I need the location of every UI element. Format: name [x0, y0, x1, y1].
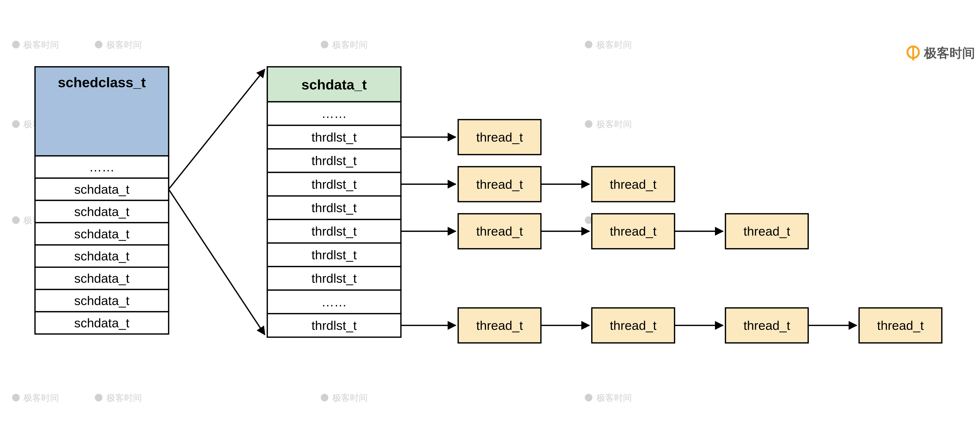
schdata-title: schdata_t: [301, 77, 367, 92]
watermark-icon: [95, 41, 102, 48]
thread-node-label: thread_t: [476, 224, 523, 238]
schedclass-row-label: schdata_t: [74, 249, 130, 263]
watermark-text: 极客时间: [332, 393, 368, 403]
fanout-arrow-bottom: [169, 189, 265, 335]
watermark-text: 极客时间: [23, 393, 59, 403]
schedclass-row-label: schdata_t: [74, 271, 130, 286]
schedclass-row-label: schdata_t: [74, 294, 130, 308]
watermark-icon: [12, 216, 20, 224]
watermark-icon: [321, 41, 329, 48]
thread-node-label: thread_t: [476, 130, 523, 144]
schdata-row-label: thrdlst_t: [312, 200, 357, 215]
schdata-row-label: ……: [321, 106, 347, 121]
watermark-icon: [321, 394, 329, 402]
schdata-row-label: thrdlst_t: [312, 248, 357, 262]
watermark-text: 极客时间: [106, 393, 142, 403]
thread-node-label: thread_t: [610, 177, 657, 191]
thread-node-label: thread_t: [877, 318, 924, 332]
watermark-icon: [95, 394, 102, 402]
watermark-icon: [585, 41, 592, 48]
watermark-text: 极客时间: [332, 40, 368, 49]
thread-node-label: thread_t: [743, 224, 790, 238]
schdata-row-label: ……: [321, 295, 347, 309]
schedclass-row-label: ……: [89, 160, 115, 174]
watermark-icon: [12, 41, 20, 48]
watermark-icon: [585, 120, 592, 128]
watermark-text: 极客时间: [596, 119, 632, 129]
thread-node-label: thread_t: [610, 224, 657, 238]
diagram-canvas: 极客时间极客时间极客时间极客时间极客时间极客时间极客时间极客时间极客时间极客时间…: [0, 0, 980, 440]
schedclass-title: schedclass_t: [58, 75, 146, 90]
schedclass-row-label: schdata_t: [74, 316, 130, 330]
thread-node-label: thread_t: [476, 318, 523, 332]
schedclass-row-label: schdata_t: [74, 227, 130, 241]
brand-text: 极客时间: [924, 46, 975, 60]
watermark-icon: [585, 394, 592, 402]
schdata-row-label: thrdlst_t: [312, 271, 357, 286]
schedclass-row-label: schdata_t: [74, 182, 130, 197]
thread-node-label: thread_t: [476, 177, 523, 191]
schedclass-row-label: schdata_t: [74, 204, 130, 219]
watermark-icon: [12, 394, 20, 402]
fanout-arrow-top: [169, 70, 265, 189]
watermark-text: 极客时间: [596, 40, 632, 49]
thread-node-label: thread_t: [743, 318, 790, 332]
watermark-text: 极客时间: [23, 40, 59, 49]
schdata-row-label: thrdlst_t: [312, 224, 357, 238]
schdata-row-label: thrdlst_t: [312, 177, 357, 191]
schdata-row-label: thrdlst_t: [312, 153, 357, 168]
thread-node-label: thread_t: [610, 318, 657, 332]
watermark-icon: [12, 120, 20, 128]
schdata-row-label: thrdlst_t: [312, 130, 357, 144]
watermark-text: 极客时间: [106, 40, 142, 49]
watermark-text: 极客时间: [596, 393, 632, 403]
schdata-row-label: thrdlst_t: [312, 318, 357, 332]
